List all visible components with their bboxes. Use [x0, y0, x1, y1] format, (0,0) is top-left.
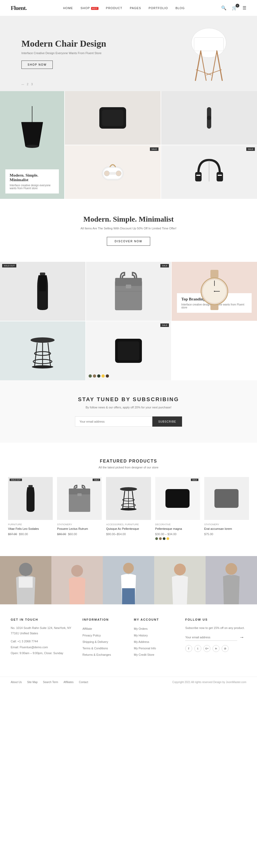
- swatch-1[interactable]: [89, 374, 92, 378]
- footer-bottom-links: About Us Site Map Search Term Affiliates…: [11, 681, 88, 684]
- photo-3[interactable]: [103, 556, 154, 604]
- footer-bottom: About Us Site Map Search Term Affiliates…: [0, 677, 257, 687]
- svg-rect-49: [77, 493, 82, 496]
- nav-pages[interactable]: PAGES: [130, 6, 141, 10]
- footer-affiliate[interactable]: Affiliate: [83, 625, 123, 632]
- new-price-4: – $34.00: [165, 532, 176, 536]
- dot-2[interactable]: 2: [27, 83, 28, 86]
- photo-4[interactable]: [154, 556, 205, 604]
- swatch-5[interactable]: [106, 374, 109, 378]
- featured-item-5[interactable]: Stationery Erat accumsan lorem $75.00: [204, 477, 249, 540]
- social-linkedin[interactable]: in: [213, 645, 220, 652]
- nav-product[interactable]: PRODUCT: [106, 6, 122, 10]
- grid-headphone-cell[interactable]: SALE: [161, 145, 257, 199]
- footer-returns[interactable]: Returns & Exchanges: [83, 651, 123, 658]
- footer-account: MY ACCOUNT My Orders My History My Addre…: [134, 618, 174, 658]
- product-bottle[interactable]: SOLD OUT: [0, 262, 86, 321]
- nav-blog[interactable]: BLOG: [175, 6, 185, 10]
- subscribe-section: STAY TUNED BY SUBSCRIBING By follow news…: [0, 380, 257, 443]
- product-cushion[interactable]: SALE: [86, 321, 171, 380]
- dot-3[interactable]: 3: [31, 83, 33, 86]
- footer-hours: Open: 9:00am – 9:00pm, Close: Sunday: [11, 650, 72, 656]
- social-pinterest[interactable]: ℗: [222, 645, 229, 652]
- svg-point-69: [225, 563, 237, 575]
- footer-history[interactable]: My History: [134, 632, 174, 639]
- footer-email: Email: Fluentue@demo.com: [11, 644, 72, 650]
- subscribe-button[interactable]: SUBSCRIBE: [152, 416, 182, 427]
- featured-img-5: [204, 477, 249, 520]
- footer-search-term[interactable]: Search Term: [43, 681, 58, 684]
- featured-item-4[interactable]: SALE Decorative Pellentesque magna $30.0…: [155, 477, 200, 540]
- old-price-1: $97.00: [8, 532, 17, 536]
- logo[interactable]: Fluent.: [11, 5, 27, 11]
- lamp-image: [16, 96, 48, 169]
- footer-privacy[interactable]: Privacy Policy: [83, 632, 123, 639]
- swatch-yellow[interactable]: [166, 537, 169, 540]
- footer-shipping[interactable]: Shipping & Delivery: [83, 639, 123, 645]
- footer-address[interactable]: My Address: [134, 639, 174, 645]
- newsletter-input[interactable]: [185, 634, 237, 641]
- featured-name-1: Vitae Felis Leo Sodales: [8, 527, 53, 531]
- svg-point-18: [116, 171, 121, 176]
- old-price-2: $80.00: [57, 532, 66, 536]
- social-twitter[interactable]: t: [194, 645, 201, 652]
- footer-personal[interactable]: My Personal Info: [134, 645, 174, 651]
- featured-item-3[interactable]: Accessories, Furniture Quisque Ac Pellen…: [106, 477, 151, 540]
- svg-rect-21: [217, 172, 223, 181]
- photo-5[interactable]: [205, 556, 257, 604]
- footer-terms[interactable]: Terms & Conditions: [83, 645, 123, 651]
- cart-count: 0: [235, 4, 239, 7]
- swatch-tan[interactable]: [159, 537, 162, 540]
- featured-name-3: Quisque Ac Pellentesque: [106, 527, 151, 531]
- sale-badge-cushion: SALE: [160, 323, 169, 327]
- shop-now-button[interactable]: SHOP NOW: [22, 61, 53, 69]
- search-icon[interactable]: 🔍: [221, 5, 226, 10]
- grid-speaker-cell[interactable]: SALE: [65, 145, 161, 199]
- nav-home[interactable]: HOME: [63, 6, 73, 10]
- footer-orders[interactable]: My Orders: [134, 625, 174, 632]
- swatch-4[interactable]: [101, 374, 105, 378]
- cart-icon[interactable]: 🛒0: [232, 5, 237, 10]
- discover-button[interactable]: DISCOVER NOW: [107, 237, 150, 246]
- photo-1[interactable]: [0, 556, 52, 604]
- subscribe-title: STAY TUNED BY SUBSCRIBING: [11, 396, 246, 403]
- new-price-1: $90.00: [19, 532, 28, 536]
- swatch-dark[interactable]: [163, 537, 165, 540]
- header: Fluent. HOME SHOP Hot PRODUCT PAGES PORT…: [0, 0, 257, 16]
- featured-item-1[interactable]: SOLD OUT Furniture Vitae Felis Leo Sodal…: [8, 477, 53, 540]
- grid-pillow-cell[interactable]: [65, 91, 161, 145]
- footer-about[interactable]: About Us: [11, 681, 22, 684]
- footer-contact-link[interactable]: Contact: [79, 681, 88, 684]
- featured-name-2: Posuere Lectus Rutrum: [57, 527, 102, 531]
- swatch-2[interactable]: [93, 374, 96, 378]
- sale-badge-feat4: SALE: [191, 478, 198, 481]
- product-stool[interactable]: [0, 321, 86, 380]
- product-bag[interactable]: SALE: [86, 262, 171, 321]
- menu-icon[interactable]: ☰: [243, 5, 246, 10]
- nav-shop[interactable]: SHOP Hot: [81, 6, 98, 10]
- product-watch-cell[interactable]: Top Branding Creative Interface creative…: [171, 262, 257, 321]
- newsletter-arrow-button[interactable]: →: [237, 634, 246, 641]
- social-google[interactable]: G+: [203, 645, 211, 652]
- footer-sitemap[interactable]: Site Map: [27, 681, 37, 684]
- featured-price-3: $90.00–$54.00: [106, 532, 151, 536]
- footer-contact-title: GET IN TOUCH: [11, 618, 72, 621]
- footer-main: GET IN TOUCH No. 1014 South Rahn Suite 1…: [0, 604, 257, 677]
- sale-badge-speaker: SALE: [150, 147, 159, 151]
- featured-item-2[interactable]: SALE Stationery Posuere Lectus Rutrum $8…: [57, 477, 102, 540]
- grid-device-cell[interactable]: [161, 91, 257, 145]
- footer-credit[interactable]: My Credit Store: [134, 651, 174, 658]
- featured-category-1: Furniture: [8, 523, 53, 526]
- nav-portfolio[interactable]: PORTFOLIO: [149, 6, 168, 10]
- social-facebook[interactable]: f: [185, 645, 192, 652]
- photo-2[interactable]: [52, 556, 103, 604]
- lamp-svg: [16, 106, 48, 160]
- swatch-green[interactable]: [155, 537, 158, 540]
- footer-affiliates[interactable]: Affiliates: [63, 681, 74, 684]
- svg-point-65: [123, 563, 134, 574]
- featured-name-5: Erat accumsan lorem: [204, 527, 249, 531]
- swatch-3[interactable]: [97, 374, 100, 378]
- footer-follow-title: FOLLOW US: [185, 618, 246, 621]
- subscribe-input[interactable]: [75, 416, 152, 427]
- featured-subtitle: All the latest picked from designer of o…: [8, 466, 249, 469]
